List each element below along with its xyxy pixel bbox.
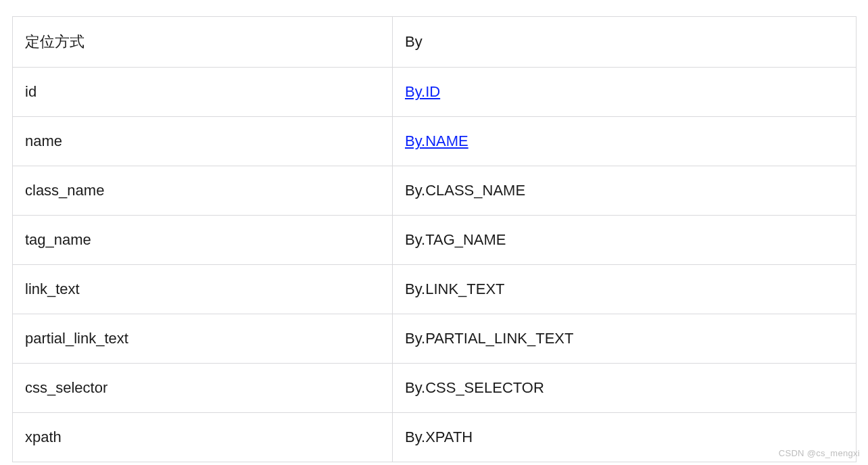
table-header-row: 定位方式 By — [13, 17, 857, 68]
method-cell: css_selector — [13, 364, 393, 413]
by-link[interactable]: By.NAME — [405, 132, 468, 149]
by-cell: By.LINK_TEXT — [393, 265, 857, 314]
table-row: link_text By.LINK_TEXT — [13, 265, 857, 314]
by-cell: By.TAG_NAME — [393, 216, 857, 265]
method-cell: class_name — [13, 166, 393, 216]
table-row: css_selector By.CSS_SELECTOR — [13, 364, 857, 413]
method-cell: name — [13, 117, 393, 166]
header-method: 定位方式 — [13, 17, 393, 68]
method-cell: tag_name — [13, 216, 393, 265]
by-link[interactable]: By.ID — [405, 83, 440, 100]
header-by: By — [393, 17, 857, 68]
by-cell: By.ID — [393, 68, 857, 117]
table-row: xpath By.XPATH — [13, 413, 857, 462]
method-cell: xpath — [13, 413, 393, 462]
table-row: tag_name By.TAG_NAME — [13, 216, 857, 265]
table-row: class_name By.CLASS_NAME — [13, 166, 857, 216]
by-cell: By.PARTIAL_LINK_TEXT — [393, 314, 857, 364]
by-cell: By.CSS_SELECTOR — [393, 364, 857, 413]
table-row: id By.ID — [13, 68, 857, 117]
table-row: name By.NAME — [13, 117, 857, 166]
method-cell: partial_link_text — [13, 314, 393, 364]
table-row: partial_link_text By.PARTIAL_LINK_TEXT — [13, 314, 857, 364]
method-cell: id — [13, 68, 393, 117]
watermark: CSDN @cs_mengxi — [779, 448, 860, 458]
locator-table: 定位方式 By id By.ID name By.NAME class_name… — [12, 16, 857, 462]
method-cell: link_text — [13, 265, 393, 314]
by-cell: By.CLASS_NAME — [393, 166, 857, 216]
by-cell: By.NAME — [393, 117, 857, 166]
